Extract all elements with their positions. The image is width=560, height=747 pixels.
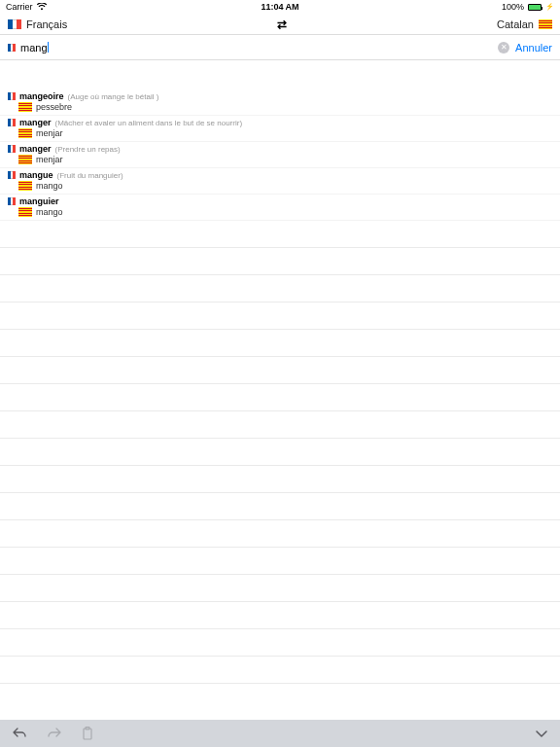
empty-row (0, 439, 560, 466)
catalan-flag-icon (18, 102, 32, 112)
french-flag-icon (8, 119, 16, 126)
spacer (0, 60, 560, 89)
svg-rect-0 (84, 729, 91, 739)
text-cursor (48, 42, 49, 53)
search-row: mang ✕ Annuler (0, 35, 560, 60)
search-input[interactable]: mang (20, 42, 48, 53)
french-flag-icon (8, 92, 16, 100)
empty-row (0, 520, 560, 548)
target-word: mango (36, 207, 63, 217)
list-item[interactable]: manguier mango (0, 195, 560, 221)
catalan-flag-icon (539, 19, 552, 29)
french-flag-icon (8, 19, 21, 29)
redo-button[interactable] (47, 728, 62, 739)
catalan-flag-icon (18, 128, 32, 138)
clock: 11:04 AM (261, 2, 298, 12)
cancel-button[interactable]: Annuler (515, 42, 552, 53)
empty-row (0, 466, 560, 493)
swap-languages-button[interactable]: ⇄ (277, 18, 287, 31)
empty-rows (0, 221, 560, 684)
source-word: manguier (19, 196, 59, 206)
status-bar: Carrier 11:04 AM 100% ⚡ (0, 0, 560, 14)
list-item[interactable]: mangeoire(Auge où mange le bétail ) pess… (0, 89, 560, 116)
empty-row (0, 275, 560, 302)
source-word: manger (19, 118, 52, 127)
hint-text: (Prendre un repas) (55, 145, 121, 154)
hint-text: (Mâcher et avaler un aliment dans le but… (55, 119, 243, 127)
charging-icon: ⚡ (545, 3, 554, 11)
target-word: menjar (36, 128, 63, 138)
battery-icon (528, 4, 542, 11)
target-word: mango (36, 181, 63, 191)
french-flag-icon (8, 197, 16, 205)
target-word: pessebre (36, 102, 72, 112)
hide-keyboard-button[interactable] (535, 729, 548, 738)
source-word: manger (19, 144, 52, 154)
battery-percent: 100% (502, 2, 524, 12)
french-flag-icon (8, 145, 16, 153)
paste-button[interactable] (82, 727, 93, 740)
undo-button[interactable] (12, 728, 27, 739)
hint-text: (Auge où mange le bétail ) (68, 92, 159, 101)
empty-row (0, 411, 560, 439)
source-language[interactable]: Français (8, 18, 67, 30)
catalan-flag-icon (18, 207, 32, 217)
source-word: mangue (19, 170, 53, 180)
target-language[interactable]: Catalan (497, 18, 552, 30)
results-list: mangeoire(Auge où mange le bétail ) pess… (0, 89, 560, 221)
empty-row (0, 602, 560, 629)
empty-row (0, 221, 560, 248)
language-header: Français ⇄ Catalan (0, 14, 560, 35)
list-item[interactable]: mangue(Fruit du manguier) mango (0, 168, 560, 195)
empty-row (0, 657, 560, 684)
empty-row (0, 302, 560, 330)
empty-row (0, 384, 560, 411)
source-word: mangeoire (19, 91, 64, 101)
empty-row (0, 493, 560, 520)
empty-row (0, 357, 560, 384)
empty-row (0, 575, 560, 602)
list-item[interactable]: manger(Prendre un repas) menjar (0, 142, 560, 168)
list-item[interactable]: manger(Mâcher et avaler un aliment dans … (0, 116, 560, 142)
empty-row (0, 629, 560, 657)
empty-row (0, 330, 560, 357)
clear-search-button[interactable]: ✕ (498, 42, 509, 53)
french-flag-icon (8, 171, 16, 179)
search-flag-icon (8, 44, 16, 52)
carrier-label: Carrier (6, 2, 33, 12)
empty-row (0, 248, 560, 275)
empty-row (0, 548, 560, 575)
hint-text: (Fruit du manguier) (57, 171, 123, 180)
catalan-flag-icon (18, 155, 32, 164)
target-word: menjar (36, 155, 63, 164)
keyboard-toolbar (0, 720, 560, 747)
target-language-label: Catalan (497, 18, 534, 30)
catalan-flag-icon (18, 181, 32, 191)
wifi-icon (37, 3, 47, 11)
source-language-label: Français (26, 18, 67, 30)
